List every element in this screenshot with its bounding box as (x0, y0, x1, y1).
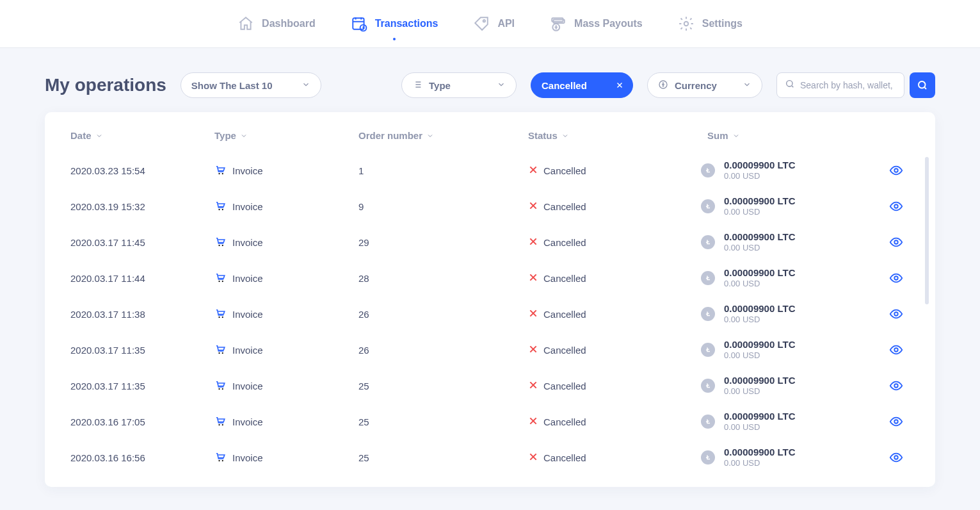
svg-point-8 (787, 81, 792, 86)
svg-point-33 (894, 420, 898, 424)
cell-type: Invoice (214, 379, 358, 393)
search-input-wrapper[interactable] (776, 72, 904, 98)
ltc-icon (701, 343, 715, 357)
cell-status: Cancelled (509, 416, 701, 428)
col-status[interactable]: Status (509, 130, 701, 141)
cart-icon (214, 308, 226, 321)
svg-point-34 (218, 459, 220, 461)
status-label: Cancelled (542, 80, 587, 91)
search-button[interactable] (910, 72, 935, 98)
view-button[interactable] (867, 271, 906, 285)
cell-order: 25 (358, 452, 509, 463)
x-icon (528, 201, 538, 213)
show-last-dropdown[interactable]: Show The Last 10 (181, 72, 321, 98)
cell-sum: 0.00009900 LTC 0.00 USD (701, 267, 867, 289)
table-row: 2020.03.17 11:44 Invoice 28 Cancelled 0.… (70, 260, 910, 296)
svg-point-17 (222, 244, 223, 245)
col-type[interactable]: Type (214, 130, 358, 141)
search-icon (785, 79, 795, 92)
ltc-icon (701, 199, 715, 213)
type-dropdown[interactable]: Type (401, 72, 517, 98)
x-icon (528, 416, 538, 428)
table-row: 2020.03.16 16:56 Invoice 25 Cancelled 0.… (70, 440, 910, 475)
cell-type: Invoice (214, 343, 358, 357)
cell-type: Invoice (214, 164, 358, 177)
nav-label: Transactions (375, 18, 438, 29)
view-button[interactable] (867, 343, 906, 357)
table-row: 2020.03.17 11:35 Invoice 26 Cancelled 0.… (70, 332, 910, 368)
view-button[interactable] (867, 199, 906, 213)
currency-label: Currency (675, 80, 717, 91)
status-filter-active[interactable]: Cancelled (531, 72, 633, 98)
cell-date: 2020.03.17 11:38 (70, 309, 214, 320)
ltc-icon (701, 271, 715, 285)
view-button[interactable] (867, 235, 906, 249)
nav-label: Dashboard (262, 18, 316, 29)
svg-point-21 (894, 276, 898, 280)
nav-label: API (497, 18, 515, 29)
clear-status-button[interactable] (611, 76, 629, 94)
tag-icon (473, 15, 490, 32)
view-button[interactable] (867, 450, 906, 465)
nav-api[interactable]: API (473, 0, 515, 48)
cart-icon (214, 451, 226, 465)
view-button[interactable] (867, 415, 906, 429)
svg-point-24 (894, 312, 898, 316)
search-input[interactable] (800, 80, 896, 90)
svg-point-11 (222, 172, 223, 174)
svg-point-14 (222, 208, 223, 210)
cell-sum: 0.00009900 LTC 0.00 USD (701, 231, 867, 253)
cell-status: Cancelled (509, 201, 701, 213)
ltc-icon (701, 379, 715, 393)
svg-point-31 (218, 424, 220, 425)
svg-point-12 (894, 169, 898, 172)
cell-type: Invoice (214, 451, 358, 465)
page-title: My operations (45, 75, 166, 95)
col-sum[interactable]: Sum (701, 130, 867, 141)
svg-point-15 (894, 204, 898, 208)
cart-icon (214, 200, 226, 213)
view-button[interactable] (867, 379, 906, 393)
list-icon (412, 79, 422, 92)
svg-point-2 (483, 20, 485, 22)
ltc-icon (701, 450, 715, 465)
view-button[interactable] (867, 307, 906, 321)
calendar-clock-icon (351, 15, 367, 32)
cell-order: 1 (358, 165, 509, 176)
cell-status: Cancelled (509, 380, 701, 392)
scrollbar[interactable] (925, 157, 929, 304)
x-icon (528, 308, 538, 320)
cell-order: 9 (358, 201, 509, 212)
svg-point-28 (218, 388, 220, 389)
cell-status: Cancelled (509, 452, 701, 464)
currency-dropdown[interactable]: Currency (647, 72, 762, 98)
nav-mass-payouts[interactable]: Mass Payouts (550, 0, 643, 48)
cell-date: 2020.03.16 16:56 (70, 452, 214, 463)
cell-type: Invoice (214, 200, 358, 213)
cell-date: 2020.03.19 15:32 (70, 201, 214, 212)
nav-settings[interactable]: Settings (678, 0, 743, 48)
nav-dashboard[interactable]: Dashboard (237, 0, 316, 48)
x-icon (528, 272, 538, 284)
ltc-icon (701, 163, 715, 177)
svg-point-36 (894, 456, 898, 459)
x-icon (528, 344, 538, 356)
cell-status: Cancelled (509, 236, 701, 249)
cart-icon (214, 164, 226, 177)
svg-point-30 (894, 384, 898, 388)
cell-status: Cancelled (509, 308, 701, 320)
cell-sum: 0.00009900 LTC 0.00 USD (701, 411, 867, 432)
col-order[interactable]: Order number (358, 130, 509, 141)
cell-sum: 0.00009900 LTC 0.00 USD (701, 375, 867, 397)
x-icon (528, 165, 538, 177)
nav-transactions[interactable]: Transactions (351, 0, 438, 48)
svg-point-22 (218, 316, 220, 317)
col-date[interactable]: Date (70, 130, 214, 141)
ltc-icon (701, 307, 715, 321)
cell-date: 2020.03.17 11:35 (70, 345, 214, 356)
svg-point-18 (894, 240, 898, 244)
top-nav: Dashboard Transactions API Mass Payouts (0, 0, 980, 48)
view-button[interactable] (867, 163, 906, 177)
gear-icon (678, 15, 695, 32)
toolbar: My operations Show The Last 10 Type Canc… (0, 48, 980, 112)
